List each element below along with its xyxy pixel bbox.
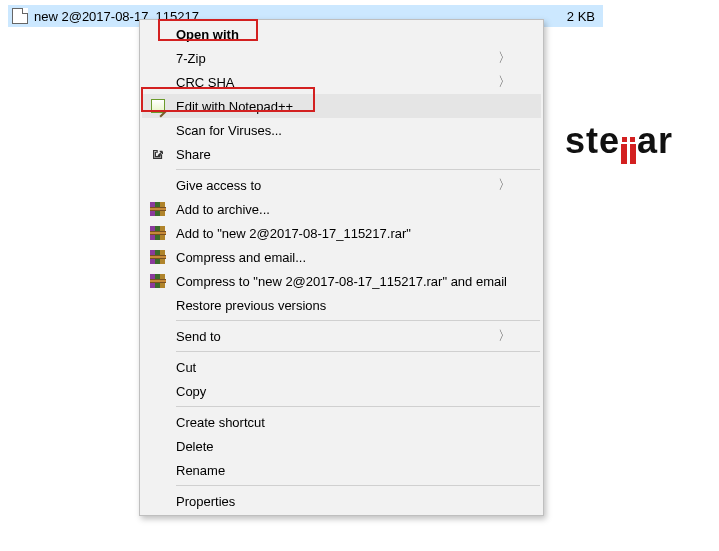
menu-send-to[interactable]: Send to 〉 [142,324,541,348]
menu-label: Compress to "new 2@2017-08-17_115217.rar… [176,274,511,289]
separator [176,351,540,352]
menu-share[interactable]: Share [142,142,541,166]
chevron-right-icon: 〉 [498,327,511,345]
logo-text-pre: ste [565,120,620,162]
menu-open-with[interactable]: Open with [142,22,541,46]
menu-label: Create shortcut [176,415,511,430]
menu-properties[interactable]: Properties [142,489,541,513]
menu-delete[interactable]: Delete [142,434,541,458]
menu-label: Cut [176,360,511,375]
menu-7zip[interactable]: 7-Zip 〉 [142,46,541,70]
context-menu: Open with 7-Zip 〉 CRC SHA 〉 Edit with No… [139,19,544,516]
menu-label: Scan for Viruses... [176,123,511,138]
menu-label: Add to "new 2@2017-08-17_115217.rar" [176,226,511,241]
menu-label: Add to archive... [176,202,511,217]
menu-label: Compress and email... [176,250,511,265]
menu-label: Send to [176,329,498,344]
stellar-logo: ste ar [565,120,673,162]
winrar-icon [149,224,167,242]
menu-label: Rename [176,463,511,478]
menu-label: Open with [176,27,511,42]
separator [176,485,540,486]
menu-label: CRC SHA [176,75,498,90]
menu-label: Edit with Notepad++ [176,99,511,114]
chevron-right-icon: 〉 [498,73,511,91]
menu-label: Give access to [176,178,498,193]
menu-edit-notepadpp[interactable]: Edit with Notepad++ [142,94,541,118]
menu-restore-previous[interactable]: Restore previous versions [142,293,541,317]
separator [176,406,540,407]
separator [176,169,540,170]
share-icon [149,145,167,163]
menu-label: Delete [176,439,511,454]
chevron-right-icon: 〉 [498,49,511,67]
menu-compress-to-email[interactable]: Compress to "new 2@2017-08-17_115217.rar… [142,269,541,293]
menu-compress-email[interactable]: Compress and email... [142,245,541,269]
separator [176,320,540,321]
menu-crc-sha[interactable]: CRC SHA 〉 [142,70,541,94]
menu-label: Restore previous versions [176,298,511,313]
menu-label: Properties [176,494,511,509]
logo-text-post: ar [637,120,673,162]
menu-rename[interactable]: Rename [142,458,541,482]
menu-label: Share [176,147,511,162]
menu-label: Copy [176,384,511,399]
menu-label: 7-Zip [176,51,498,66]
file-size: 2 KB [567,9,595,24]
notepadpp-icon [149,97,167,115]
menu-add-archive[interactable]: Add to archive... [142,197,541,221]
menu-create-shortcut[interactable]: Create shortcut [142,410,541,434]
winrar-icon [149,272,167,290]
chevron-right-icon: 〉 [498,176,511,194]
file-icon [12,8,28,24]
menu-cut[interactable]: Cut [142,355,541,379]
winrar-icon [149,200,167,218]
menu-scan-viruses[interactable]: Scan for Viruses... [142,118,541,142]
winrar-icon [149,248,167,266]
logo-ll-icon [621,137,636,164]
menu-add-to-rar[interactable]: Add to "new 2@2017-08-17_115217.rar" [142,221,541,245]
menu-give-access[interactable]: Give access to 〉 [142,173,541,197]
menu-copy[interactable]: Copy [142,379,541,403]
